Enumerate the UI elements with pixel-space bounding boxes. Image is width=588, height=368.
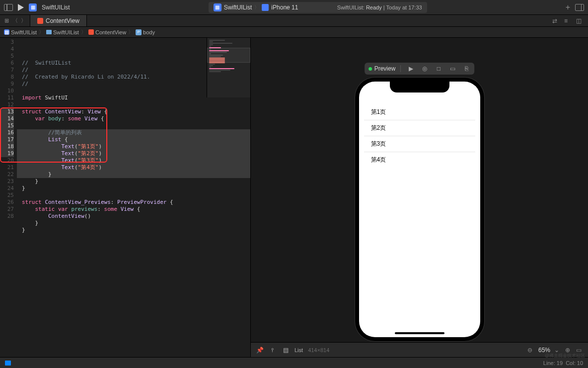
- filter-icon[interactable]: [5, 361, 11, 366]
- line-number: 12: [0, 101, 14, 108]
- line-number: 7: [0, 67, 14, 74]
- split-icon[interactable]: ◫: [576, 17, 583, 24]
- line-number: 8: [0, 74, 14, 81]
- project-name: SwiftUIList: [42, 4, 70, 11]
- home-indicator: [395, 332, 444, 334]
- duplicate-icon[interactable]: ⎘: [462, 65, 470, 73]
- folder-icon: [46, 30, 52, 34]
- line-number: 6: [0, 60, 14, 67]
- status-dot: [368, 67, 372, 71]
- cursor-position: Line: 19 Col: 10: [543, 360, 583, 366]
- left-panel-toggle[interactable]: [4, 4, 13, 11]
- scheme-section: ▦ SwiftUIList 〉 iPhone 11 SwiftUIList: R…: [75, 2, 561, 13]
- adjust-icon[interactable]: ⫯: [269, 346, 277, 354]
- line-number: 3: [0, 39, 14, 46]
- list-row[interactable]: 第1页: [364, 104, 475, 120]
- zoom-out-icon[interactable]: ⊖: [527, 347, 534, 354]
- code-line[interactable]: }: [17, 178, 250, 185]
- code-line[interactable]: [17, 234, 250, 241]
- tab-actions: ⇄ ≡ ◫: [547, 17, 588, 24]
- device-name: iPhone 11: [271, 4, 298, 11]
- editor-pane[interactable]: 3456789101112131415161718192021222324252…: [0, 38, 250, 357]
- line-number: 9: [0, 81, 14, 88]
- code-line[interactable]: //简单的列表: [17, 129, 250, 136]
- nav-grid-icon[interactable]: ⊞: [3, 17, 10, 24]
- list-mode-icon[interactable]: ▤: [282, 346, 290, 354]
- preview-toolbar: Preview ▶ ◎ □ ▭ ⎘: [365, 63, 475, 75]
- code-line[interactable]: Text("第1页"): [17, 143, 250, 150]
- watermark: @稀土掘金技术社区: [545, 353, 585, 359]
- live-preview-icon[interactable]: ▶: [407, 65, 415, 73]
- phone-frame: 第1页第2页第3页第4页: [355, 78, 484, 341]
- line-number: 15: [0, 122, 14, 129]
- line-number: 18: [0, 143, 14, 150]
- code-line[interactable]: }: [17, 227, 250, 234]
- code-line[interactable]: [17, 101, 250, 108]
- code-line[interactable]: List {: [17, 136, 250, 143]
- breadcrumb-sep: 〉: [128, 28, 134, 36]
- code-line[interactable]: Text("第4页"): [17, 164, 250, 171]
- run-button[interactable]: [18, 4, 24, 11]
- line-number: 11: [0, 94, 14, 101]
- code-line[interactable]: struct ContentView: View {: [17, 108, 250, 115]
- device-icon: [262, 4, 269, 11]
- scheme-name: SwiftUIList: [224, 4, 252, 11]
- list-row[interactable]: 第2页: [364, 120, 475, 136]
- line-number: 5: [0, 53, 14, 60]
- scheme-app-icon: ▦: [214, 3, 221, 11]
- adjust-icon[interactable]: ≡: [564, 17, 571, 24]
- list-view: 第1页第2页第3页第4页: [364, 104, 475, 168]
- code-line[interactable]: static var previews: some View {: [17, 206, 250, 213]
- right-panel-toggle[interactable]: [575, 4, 584, 11]
- reload-icon[interactable]: ⇄: [552, 17, 559, 24]
- build-status: SwiftUIList: Ready | Today at 17:33: [337, 4, 422, 10]
- preview-status: Preview: [368, 65, 401, 72]
- line-number: 27: [0, 206, 14, 213]
- code-line[interactable]: }: [17, 171, 250, 178]
- code-line[interactable]: [17, 122, 250, 129]
- inspect-icon[interactable]: ◎: [421, 65, 429, 73]
- preview-footer: 📌 ⫯ ▤ List 414×814 ⊖ 65% ⌄ ⊕ ▭: [251, 342, 588, 357]
- code-line[interactable]: var body: some View {: [17, 115, 250, 122]
- code-line[interactable]: ContentView(): [17, 213, 250, 220]
- code-line[interactable]: [17, 192, 250, 199]
- nav-controls: ⊞ 〈 〉: [0, 15, 30, 26]
- line-number: 28: [0, 213, 14, 220]
- breadcrumb-folder[interactable]: SwiftUIList: [46, 29, 79, 35]
- scheme-selector[interactable]: ▦ SwiftUIList 〉 iPhone 11 SwiftUIList: R…: [209, 2, 427, 13]
- line-number: 14: [0, 115, 14, 122]
- device-settings-icon[interactable]: □: [435, 65, 442, 73]
- list-row[interactable]: 第3页: [364, 136, 475, 152]
- minimap[interactable]: [207, 38, 250, 97]
- breadcrumb: ▦ SwiftUIList 〉 SwiftUIList 〉 ContentVie…: [0, 27, 588, 38]
- phone-screen[interactable]: 第1页第2页第3页第4页: [359, 82, 480, 337]
- line-number: 21: [0, 164, 14, 171]
- nav-forward-icon[interactable]: 〉: [20, 17, 27, 24]
- line-number: 23: [0, 178, 14, 185]
- line-number: 19: [0, 150, 14, 157]
- line-number: 26: [0, 199, 14, 206]
- code-line[interactable]: }: [17, 185, 250, 192]
- swift-icon: [37, 18, 43, 24]
- pin-icon[interactable]: 📌: [256, 346, 264, 354]
- list-row[interactable]: 第4页: [364, 152, 475, 168]
- minimap-viewport[interactable]: [207, 48, 250, 63]
- status-bar: Line: 19 Col: 10: [0, 357, 588, 368]
- breadcrumb-file[interactable]: ContentView: [88, 29, 126, 35]
- code-line[interactable]: Text("第2页"): [17, 150, 250, 157]
- file-tab-contentview[interactable]: ContentView: [30, 15, 87, 26]
- line-number: 16: [0, 129, 14, 136]
- code-line[interactable]: Text("第3页"): [17, 157, 250, 164]
- line-number: 20: [0, 157, 14, 164]
- code-line[interactable]: struct ContentView_Previews: PreviewProv…: [17, 199, 250, 206]
- project-icon: ▦: [4, 29, 9, 35]
- breadcrumb-project[interactable]: ▦ SwiftUIList: [4, 29, 37, 35]
- display-icon[interactable]: ▭: [448, 65, 456, 73]
- breadcrumb-symbol[interactable]: P body: [136, 29, 155, 35]
- nav-back-icon[interactable]: 〈: [11, 17, 18, 24]
- footer-type: List: [294, 347, 303, 353]
- code-line[interactable]: }: [17, 220, 250, 227]
- line-number: 17: [0, 136, 14, 143]
- main-content: 3456789101112131415161718192021222324252…: [0, 38, 588, 357]
- add-button[interactable]: +: [566, 3, 570, 12]
